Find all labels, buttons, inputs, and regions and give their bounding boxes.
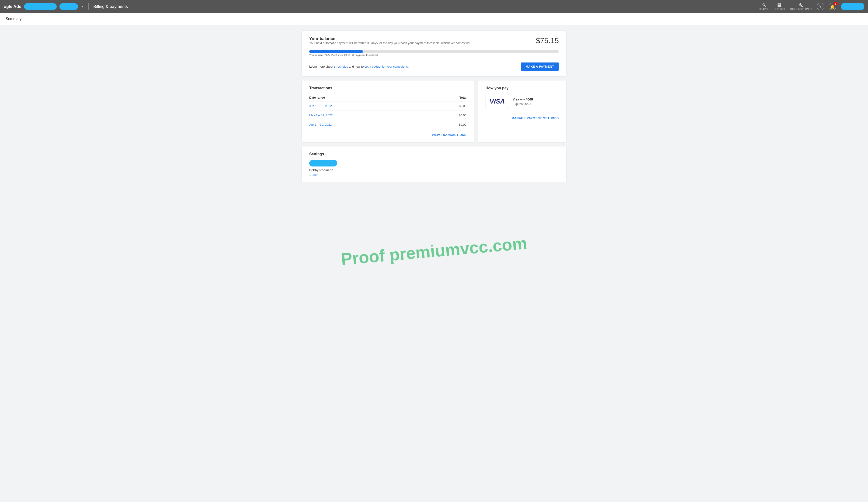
tools-nav-item[interactable]: TOOLS & SETTINGS [790, 3, 812, 10]
transaction-date-link[interactable]: May 1 – 31, 2022 [309, 111, 428, 120]
settings-card: Settings Bobby Robinson 1 user [301, 146, 567, 182]
table-row: Apr 1 – 30, 2022 $0.00 [309, 120, 466, 129]
notification-badge: 1 [834, 2, 837, 6]
visa-block: VISA Visa •••• 4068 Expires 06/25 [486, 94, 559, 113]
brand-logo: ogle Ads [4, 4, 21, 9]
balance-amount: $75.15 [536, 36, 559, 45]
visa-details: Visa •••• 4068 Expires 06/25 [513, 97, 533, 106]
how-you-pay-title: How you pay [486, 86, 559, 90]
transaction-date-link[interactable]: Jun 1 – 10, 2022 [309, 102, 428, 111]
table-row: May 1 – 31, 2022 $0.00 [309, 111, 466, 120]
summary-bar: Summary [0, 13, 868, 25]
progress-text: You've used $75.15 of your $350.00 payme… [309, 54, 559, 57]
help-icon[interactable]: ? [817, 3, 824, 10]
balance-header: Your balance Your next automatic payment… [309, 36, 559, 49]
settings-title: Settings [309, 152, 559, 156]
balance-card: Your balance Your next automatic payment… [301, 31, 567, 76]
col-date-header: Date range [309, 94, 428, 102]
how-you-pay-card: How you pay VISA Visa •••• 4068 Expires … [478, 80, 567, 143]
search-nav-item[interactable]: SEARCH [759, 3, 769, 10]
progress-bar-fill [309, 50, 363, 53]
col-total-header: Total [428, 94, 466, 102]
visa-logo-box: VISA [486, 94, 509, 109]
transactions-title: Transactions [309, 86, 466, 90]
page-title: Billing & payments [93, 4, 128, 9]
main-content: Your balance Your next automatic payment… [294, 25, 574, 192]
two-col-row: Transactions Date range Total Jun 1 – 10… [301, 80, 567, 146]
search-nav-label: SEARCH [759, 8, 769, 10]
view-transactions-link[interactable]: VIEW TRANSACTIONS [309, 133, 466, 137]
summary-title: Summary [6, 17, 862, 21]
balance-subtitle: Your next automatic payment will be with… [309, 41, 471, 45]
settings-name: Bobby Robinson [309, 168, 559, 172]
reports-nav-item[interactable]: REPORTS [774, 3, 785, 10]
progress-container: You've used $75.15 of your $350.00 payme… [309, 50, 559, 61]
transactions-table: Date range Total Jun 1 – 10, 2022 $0.00 … [309, 94, 466, 129]
balance-footer: Learn more about thresholds and how to s… [309, 62, 559, 71]
account-selector-pill1[interactable] [24, 3, 57, 10]
learn-more-text: Learn more about thresholds and how to s… [309, 65, 409, 68]
balance-title-group: Your balance Your next automatic payment… [309, 36, 471, 49]
make-payment-button[interactable]: MAKE A PAYMENT [521, 62, 559, 71]
transaction-total: $0.00 [428, 120, 466, 129]
notifications-icon[interactable]: 🔔 1 [829, 3, 836, 10]
transaction-date-link[interactable]: Apr 1 – 30, 2022 [309, 120, 428, 129]
card-name: Visa •••• 4068 [513, 97, 533, 101]
progress-bar-background [309, 50, 559, 53]
nav-icons: SEARCH REPORTS TOOLS & SETTINGS ? 🔔 1 [759, 3, 864, 10]
manage-payment-methods-link[interactable]: MANAGE PAYMENT METHODS [486, 116, 559, 120]
tools-nav-label: TOOLS & SETTINGS [790, 8, 812, 10]
settings-users[interactable]: 1 user [309, 173, 559, 177]
settings-blurred-pill [309, 160, 337, 167]
account-dropdown-arrow[interactable]: ▼ [81, 5, 84, 8]
visa-logo: VISA [489, 98, 505, 105]
account-selector-pill2[interactable] [60, 3, 78, 10]
transaction-total: $0.00 [428, 102, 466, 111]
card-expiry: Expires 06/25 [513, 102, 533, 106]
thresholds-link[interactable]: thresholds [334, 65, 348, 68]
transactions-card: Transactions Date range Total Jun 1 – 10… [301, 80, 474, 143]
set-budget-link[interactable]: set a budget for your campaigns [364, 65, 408, 68]
transaction-total: $0.00 [428, 111, 466, 120]
top-right-action-pill[interactable] [841, 3, 864, 10]
balance-title: Your balance [309, 36, 471, 41]
reports-nav-label: REPORTS [774, 8, 785, 10]
table-row: Jun 1 – 10, 2022 $0.00 [309, 102, 466, 111]
top-navigation: ogle Ads ▼ Billing & payments SEARCH REP… [0, 0, 868, 13]
